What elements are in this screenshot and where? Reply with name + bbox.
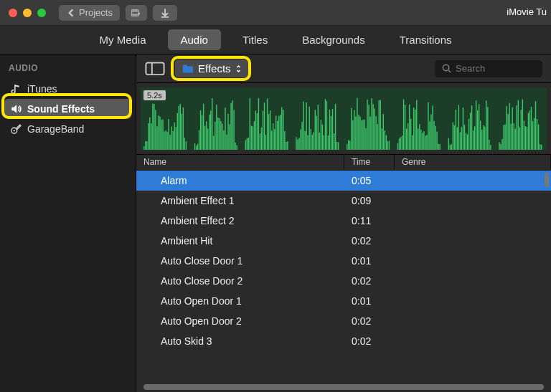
search-input[interactable] xyxy=(456,63,527,74)
svg-rect-89 xyxy=(278,116,279,150)
svg-rect-188 xyxy=(451,144,452,150)
projects-back-button[interactable]: Projects xyxy=(59,5,120,21)
table-row[interactable]: Auto Skid 30:02 xyxy=(136,331,551,351)
svg-rect-237 xyxy=(529,110,530,150)
svg-rect-54 xyxy=(220,121,221,150)
table-row[interactable]: Auto Open Door 10:01 xyxy=(136,291,551,311)
table-row[interactable]: Auto Close Door 10:01 xyxy=(136,251,551,271)
svg-rect-90 xyxy=(280,115,281,150)
minimize-window-button[interactable] xyxy=(23,9,32,17)
import-download-button[interactable] xyxy=(153,5,177,21)
tab-titles[interactable]: Titles xyxy=(230,29,281,50)
track-name: Ambient Effect 2 xyxy=(136,215,344,226)
svg-rect-55 xyxy=(222,124,222,150)
folder-label: Effects xyxy=(198,62,231,75)
table-row[interactable]: Alarm0:05 xyxy=(136,171,551,191)
svg-rect-8 xyxy=(146,141,147,150)
track-time: 0:02 xyxy=(344,235,395,247)
table-row[interactable]: Ambient Effect 10:09 xyxy=(136,191,551,211)
svg-rect-69 xyxy=(250,98,250,150)
svg-rect-29 xyxy=(177,113,178,150)
svg-rect-16 xyxy=(158,115,159,150)
tab-backgrounds[interactable]: Backgrounds xyxy=(289,29,378,50)
svg-rect-207 xyxy=(479,104,479,150)
folder-dropdown[interactable]: Effects xyxy=(175,59,249,77)
close-window-button[interactable] xyxy=(9,9,17,17)
media-import-button[interactable] xyxy=(126,5,147,21)
svg-rect-221 xyxy=(506,106,507,150)
table-row[interactable]: Ambient Hit0:02 xyxy=(136,231,551,251)
svg-rect-35 xyxy=(186,141,187,150)
svg-rect-218 xyxy=(501,139,502,150)
svg-rect-112 xyxy=(319,133,320,150)
zoom-window-button[interactable] xyxy=(37,9,46,17)
svg-rect-222 xyxy=(507,114,508,150)
svg-rect-46 xyxy=(209,115,209,150)
svg-rect-26 xyxy=(172,131,173,150)
sidebar-item-garageband[interactable]: GarageBand xyxy=(0,119,136,139)
svg-rect-70 xyxy=(251,125,252,150)
audio-browser: Effects 5.2s Name Time Genre Alarm0:05Am… xyxy=(136,54,551,392)
horizontal-scrollbar[interactable] xyxy=(136,382,551,392)
svg-rect-169 xyxy=(416,100,417,150)
sidebar-item-label: GarageBand xyxy=(27,123,84,135)
svg-rect-240 xyxy=(534,118,534,150)
svg-rect-139 xyxy=(365,128,366,150)
svg-rect-85 xyxy=(273,123,273,150)
svg-rect-214 xyxy=(489,140,489,150)
svg-rect-75 xyxy=(258,98,259,150)
svg-rect-194 xyxy=(460,133,461,150)
svg-rect-62 xyxy=(232,100,232,150)
svg-rect-123 xyxy=(335,104,336,150)
svg-rect-210 xyxy=(483,125,484,150)
svg-rect-150 xyxy=(382,128,382,150)
svg-point-4 xyxy=(443,64,448,70)
tab-transitions[interactable]: Transitions xyxy=(387,29,465,50)
svg-rect-198 xyxy=(466,133,466,150)
svg-rect-231 xyxy=(521,110,522,150)
svg-rect-79 xyxy=(264,102,265,150)
svg-rect-209 xyxy=(481,130,482,150)
svg-rect-128 xyxy=(349,140,350,150)
column-time[interactable]: Time xyxy=(344,155,395,170)
svg-rect-185 xyxy=(439,144,440,150)
svg-rect-203 xyxy=(473,130,474,150)
tab-audio[interactable]: Audio xyxy=(168,29,221,50)
search-field[interactable] xyxy=(435,60,542,77)
sidebar-toggle-icon xyxy=(145,62,165,76)
svg-rect-93 xyxy=(284,131,285,150)
scrollbar-thumb[interactable] xyxy=(545,173,549,187)
track-list[interactable]: Alarm0:05Ambient Effect 10:09Ambient Eff… xyxy=(136,171,551,382)
svg-rect-100 xyxy=(301,122,302,150)
svg-rect-87 xyxy=(276,115,276,150)
svg-rect-232 xyxy=(522,100,523,150)
window-controls xyxy=(9,9,46,17)
svg-rect-3 xyxy=(146,62,164,75)
svg-rect-124 xyxy=(336,142,337,150)
sidebar-item-sound-effects[interactable]: Sound Effects xyxy=(4,99,131,119)
tab-my-media[interactable]: My Media xyxy=(86,29,159,50)
svg-rect-111 xyxy=(318,105,319,150)
sidebar-item-itunes[interactable]: iTunes xyxy=(0,79,136,99)
sidebar-toggle-button[interactable] xyxy=(145,61,165,77)
track-time: 0:01 xyxy=(344,295,395,307)
svg-rect-213 xyxy=(487,107,488,150)
table-row[interactable]: Auto Close Door 20:02 xyxy=(136,271,551,291)
waveform-preview[interactable]: 5.2s xyxy=(136,83,551,155)
column-name[interactable]: Name xyxy=(136,155,344,170)
table-row[interactable]: Ambient Effect 20:11 xyxy=(136,211,551,231)
svg-point-2 xyxy=(14,130,15,131)
svg-rect-242 xyxy=(537,119,537,150)
column-genre[interactable]: Genre xyxy=(395,155,551,170)
svg-rect-14 xyxy=(155,110,156,150)
table-row[interactable]: Auto Open Door 20:02 xyxy=(136,311,551,331)
svg-rect-197 xyxy=(464,125,465,150)
svg-rect-144 xyxy=(372,104,373,150)
svg-rect-223 xyxy=(509,103,509,150)
svg-rect-76 xyxy=(260,133,260,150)
svg-rect-174 xyxy=(423,131,424,150)
svg-rect-60 xyxy=(229,124,230,150)
horizontal-scrollbar-thumb[interactable] xyxy=(143,384,544,390)
svg-rect-25 xyxy=(171,127,171,150)
track-time: 0:01 xyxy=(344,255,395,267)
